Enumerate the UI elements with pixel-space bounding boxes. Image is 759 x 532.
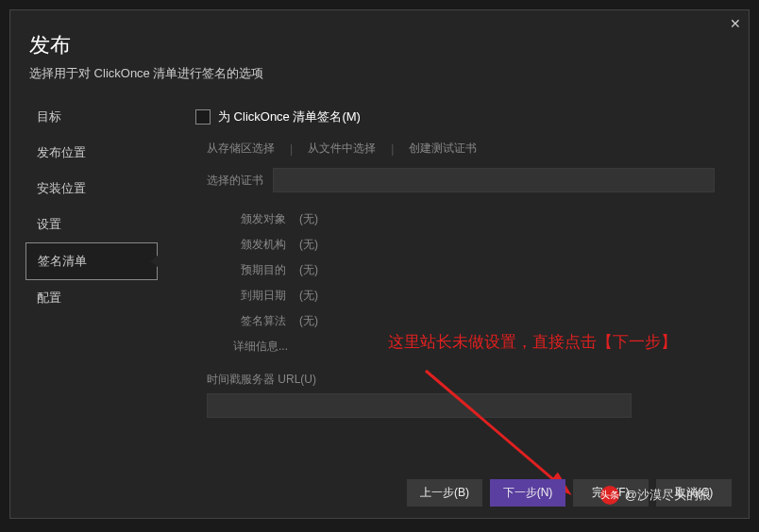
- select-from-store-link[interactable]: 从存储区选择: [207, 141, 275, 157]
- purpose-label: 预期目的: [233, 262, 286, 278]
- finish-button[interactable]: 完成(F): [573, 479, 649, 507]
- expiry-value: (无): [299, 288, 318, 304]
- sidebar-item-configuration[interactable]: 配置: [25, 280, 158, 316]
- selected-cert-label: 选择的证书: [207, 173, 263, 189]
- sign-manifests-checkbox[interactable]: [195, 109, 211, 125]
- sidebar-item-target[interactable]: 目标: [25, 99, 158, 135]
- cancel-button[interactable]: 取消(C): [656, 479, 732, 507]
- select-from-file-link[interactable]: 从文件中选择: [308, 141, 376, 157]
- selected-cert-input[interactable]: [273, 168, 715, 192]
- issued-by-value: (无): [299, 237, 318, 253]
- dialog-subtitle: 选择用于对 ClickOnce 清单进行签名的选项: [29, 65, 730, 82]
- sidebar-item-sign-manifests[interactable]: 签名清单: [25, 242, 158, 280]
- issued-to-value: (无): [299, 211, 318, 227]
- sidebar-item-install-location[interactable]: 安装位置: [25, 171, 158, 207]
- dialog-title: 发布: [29, 31, 730, 59]
- purpose-value: (无): [299, 262, 318, 278]
- issued-to-label: 颁发对象: [233, 211, 286, 227]
- issued-by-label: 颁发机构: [233, 237, 286, 253]
- algo-value: (无): [299, 313, 318, 329]
- sidebar: 目标 发布位置 安装位置 设置 签名清单 配置: [25, 99, 158, 462]
- prev-button[interactable]: 上一步(B): [407, 479, 482, 507]
- expiry-label: 到期日期: [233, 288, 286, 304]
- details-link[interactable]: 详细信息...: [233, 339, 715, 355]
- close-icon[interactable]: ✕: [730, 16, 741, 31]
- next-button[interactable]: 下一步(N): [490, 479, 565, 507]
- create-test-cert-link[interactable]: 创建测试证书: [409, 141, 477, 157]
- sign-manifests-label: 为 ClickOnce 清单签名(M): [218, 108, 361, 125]
- sidebar-item-publish-location[interactable]: 发布位置: [25, 135, 158, 171]
- timestamp-url-label: 时间戳服务器 URL(U): [207, 372, 715, 388]
- timestamp-url-input[interactable]: [207, 393, 632, 418]
- sidebar-item-settings[interactable]: 设置: [25, 207, 158, 242]
- algo-label: 签名算法: [233, 313, 286, 329]
